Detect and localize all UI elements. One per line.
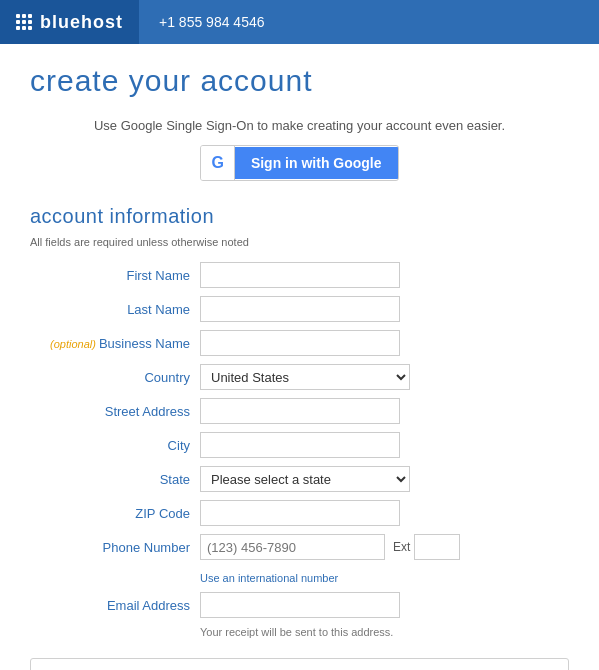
- business-name-input[interactable]: [200, 330, 400, 356]
- business-name-label: (optional)Business Name: [30, 336, 200, 351]
- street-address-row: Street Address: [30, 398, 569, 424]
- page-title: create your account: [30, 64, 569, 98]
- email-input[interactable]: [200, 592, 400, 618]
- phone-label: Phone Number: [30, 540, 200, 555]
- phone-input-group: Ext: [200, 534, 460, 560]
- google-signin-label: Sign in with Google: [235, 147, 398, 179]
- account-info-section: account information All fields are requi…: [30, 205, 569, 638]
- city-input[interactable]: [200, 432, 400, 458]
- package-info-section: package information: [30, 658, 569, 670]
- sso-description: Use Google Single Sign-On to make creati…: [30, 118, 569, 133]
- country-row: Country United States Canada United King…: [30, 364, 569, 390]
- country-label: Country: [30, 370, 200, 385]
- first-name-label: First Name: [30, 268, 200, 283]
- sso-section: Use Google Single Sign-On to make creati…: [30, 118, 569, 181]
- required-note: All fields are required unless otherwise…: [30, 236, 569, 248]
- header: bluehost +1 855 984 4546: [0, 0, 599, 44]
- business-name-row: (optional)Business Name: [30, 330, 569, 356]
- street-address-label: Street Address: [30, 404, 200, 419]
- state-label: State: [30, 472, 200, 487]
- last-name-label: Last Name: [30, 302, 200, 317]
- account-info-title: account information: [30, 205, 569, 228]
- city-label: City: [30, 438, 200, 453]
- google-g-icon: G: [211, 154, 223, 172]
- intl-number-link[interactable]: Use an international number: [200, 572, 338, 584]
- logo-area[interactable]: bluehost: [0, 0, 139, 44]
- google-signin-button[interactable]: G Sign in with Google: [200, 145, 398, 181]
- main-content: create your account Use Google Single Si…: [0, 44, 599, 670]
- first-name-row: First Name: [30, 262, 569, 288]
- zip-code-input[interactable]: [200, 500, 400, 526]
- zip-code-row: ZIP Code: [30, 500, 569, 526]
- optional-tag: (optional): [50, 338, 96, 350]
- google-icon-box: G: [201, 146, 234, 180]
- ext-label: Ext: [385, 540, 414, 554]
- last-name-input[interactable]: [200, 296, 400, 322]
- country-select[interactable]: United States Canada United Kingdom: [200, 364, 410, 390]
- street-address-input[interactable]: [200, 398, 400, 424]
- phone-number: +1 855 984 4546: [159, 14, 265, 30]
- phone-row: Phone Number Ext: [30, 534, 569, 560]
- logo-text: bluehost: [40, 12, 123, 33]
- state-select[interactable]: Please select a state California Texas N…: [200, 466, 410, 492]
- state-row: State Please select a state California T…: [30, 466, 569, 492]
- ext-input[interactable]: [414, 534, 460, 560]
- grid-icon: [16, 14, 32, 30]
- first-name-input[interactable]: [200, 262, 400, 288]
- email-note: Your receipt will be sent to this addres…: [200, 626, 569, 638]
- last-name-row: Last Name: [30, 296, 569, 322]
- email-row: Email Address: [30, 592, 569, 618]
- city-row: City: [30, 432, 569, 458]
- intl-link-row: Use an international number: [200, 568, 569, 586]
- zip-code-label: ZIP Code: [30, 506, 200, 521]
- phone-input[interactable]: [200, 534, 385, 560]
- email-label: Email Address: [30, 598, 200, 613]
